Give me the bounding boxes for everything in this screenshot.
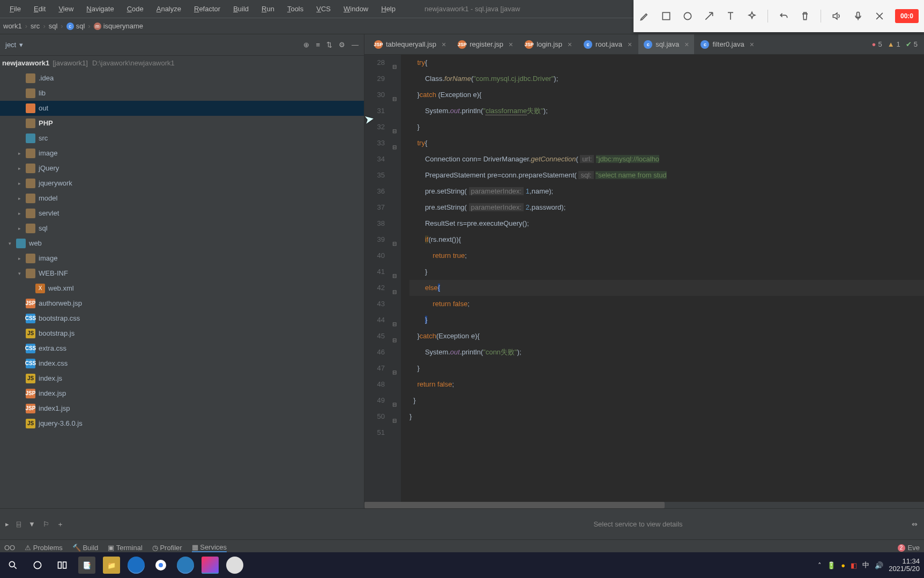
weak-warning-badge[interactable]: ✔ 5 <box>906 40 918 48</box>
tab-root-java[interactable]: croot.java× <box>578 34 637 54</box>
bottom-tab-problems[interactable]: ⚠ Problems <box>25 544 63 552</box>
show-hidden-icon[interactable]: ˄ <box>818 561 822 569</box>
chrome-icon[interactable] <box>152 557 169 574</box>
menu-file[interactable]: File <box>4 3 26 15</box>
bottom-tab-oo[interactable]: OO <box>4 544 15 552</box>
code-area[interactable]: 2829303132333435363738394041424344454647… <box>364 55 924 508</box>
expand-all-icon[interactable]: ≡ <box>316 41 320 49</box>
sparkle-icon[interactable] <box>746 10 758 22</box>
tree-arrow-icon[interactable]: ▾ <box>18 266 26 281</box>
menu-edit[interactable]: Edit <box>28 3 51 15</box>
tree-arrow-icon[interactable]: ▸ <box>18 191 26 206</box>
code-line[interactable]: } <box>409 119 924 135</box>
bottom-tab-build[interactable]: 🔨 Build <box>72 544 99 552</box>
close-tab-icon[interactable]: × <box>568 40 572 49</box>
code-line[interactable] <box>409 425 924 441</box>
close-icon[interactable] <box>874 10 885 22</box>
tray-app-icon-2[interactable]: ◧ <box>851 561 857 569</box>
search-icon[interactable] <box>4 557 21 574</box>
tree-item-extra-css[interactable]: CSSextra.css <box>0 341 364 356</box>
code-line[interactable]: System.out.println("classforname失败"); <box>409 103 924 119</box>
tree-item-image[interactable]: ▸image <box>0 251 364 266</box>
menu-analyze[interactable]: Analyze <box>151 3 187 15</box>
tree-arrow-icon[interactable]: ▸ <box>18 251 26 266</box>
cortana-icon[interactable] <box>29 557 46 574</box>
tree-item-src[interactable]: src <box>0 131 364 146</box>
tree-item-bootstrap-js[interactable]: JSbootstrap.js <box>0 326 364 341</box>
tree-item-jquery-3-6-0-js[interactable]: JSjquery-3.6.0.js <box>0 416 364 431</box>
code-line[interactable]: } <box>409 409 924 425</box>
tree-item-out[interactable]: out <box>0 101 364 116</box>
tree-item-index1-jsp[interactable]: JSPindex1.jsp <box>0 401 364 416</box>
speaker-icon[interactable] <box>831 10 843 22</box>
tab-filter0-java[interactable]: cfilter0.java× <box>695 34 759 54</box>
code-line[interactable]: System.out.println("conn失败"); <box>409 344 924 360</box>
code-line[interactable]: try{ <box>409 55 924 71</box>
tree-item-web[interactable]: ▾web <box>0 236 364 251</box>
menu-refactor[interactable]: Refactor <box>189 3 226 15</box>
code-line[interactable]: } <box>409 264 924 280</box>
collapse-all-icon[interactable]: ⇅ <box>326 41 332 49</box>
app-icon-3[interactable] <box>226 557 243 574</box>
scrollbar-thumb[interactable] <box>364 502 665 508</box>
tree-arrow-icon[interactable]: ▾ <box>9 236 16 251</box>
hide-icon[interactable]: — <box>352 41 359 49</box>
code-line[interactable]: }catch (Exception e){ <box>409 87 924 103</box>
fold-toggle-icon[interactable]: ⊟ <box>392 397 397 413</box>
tree-item-image[interactable]: ▸image <box>0 146 364 161</box>
system-clock[interactable]: 11:34 2021/5/20 <box>889 558 920 573</box>
warning-badge[interactable]: ▲ 1 <box>888 40 900 48</box>
breadcrumb-item[interactable]: csql <box>66 22 85 30</box>
tree-item-index-js[interactable]: JSindex.js <box>0 371 364 386</box>
code-line[interactable]: pre.setString( parameterIndex: 2,passwor… <box>409 199 924 216</box>
bookmark-icon[interactable]: ⚐ <box>43 520 49 528</box>
tree-item-lib[interactable]: lib <box>0 86 364 101</box>
tree-item-bootstrap-css[interactable]: CSSbootstrap.css <box>0 311 364 326</box>
file-explorer-icon[interactable]: 📁 <box>103 557 120 574</box>
horizontal-scrollbar[interactable] <box>364 502 924 508</box>
chevron-down-icon[interactable]: ▾ <box>19 41 23 49</box>
project-root[interactable]: newjavawork1 [javawork1] D:\javawork\new… <box>0 56 364 71</box>
tree-arrow-icon[interactable]: ▸ <box>18 176 26 191</box>
fold-toggle-icon[interactable]: ⊟ <box>392 123 397 139</box>
menu-window[interactable]: Window <box>338 3 374 15</box>
code-line[interactable]: return false; <box>409 296 924 312</box>
code-line[interactable]: return false; <box>409 376 924 392</box>
tab-login-jsp[interactable]: JSPlogin.jsp× <box>519 34 577 54</box>
locate-icon[interactable]: ⊕ <box>303 41 309 49</box>
fold-toggle-icon[interactable]: ⊟ <box>392 59 397 75</box>
app-icon[interactable]: 📑 <box>78 557 95 574</box>
fold-toggle-icon[interactable]: ⊟ <box>392 139 397 155</box>
tab-sql-java[interactable]: csql.java× <box>638 34 694 54</box>
close-tab-icon[interactable]: × <box>628 40 632 49</box>
tree-arrow-icon[interactable]: ▸ <box>18 206 26 221</box>
code-line[interactable]: } <box>409 312 924 328</box>
breadcrumb-item[interactable]: work1 <box>3 22 22 30</box>
fold-gutter[interactable]: ⊟⊟⊟⊟⊟⊟⊟⊟⊟⊟⊟⊟ <box>391 55 401 508</box>
code-line[interactable]: pre.setString( parameterIndex: 1,name); <box>409 183 924 199</box>
code-line[interactable]: } <box>409 392 924 409</box>
code-content[interactable]: try{ Class.forName("com.mysql.cj.jdbc.Dr… <box>401 55 924 508</box>
tree-item-jquerywork[interactable]: ▸jquerywork <box>0 176 364 191</box>
tree-item-servlet[interactable]: ▸servlet <box>0 206 364 221</box>
menu-build[interactable]: Build <box>228 3 254 15</box>
square-icon[interactable] <box>660 10 672 22</box>
tree-arrow-icon[interactable]: ▸ <box>18 161 26 176</box>
bottom-tab-terminal[interactable]: ▣ Terminal <box>108 544 143 552</box>
menu-run[interactable]: Run <box>256 3 280 15</box>
tab-tablequeryall-jsp[interactable]: JSPtablequeryall.jsp× <box>369 34 451 54</box>
bottom-tab-services[interactable]: ▦ Services <box>192 543 227 552</box>
close-tab-icon[interactable]: × <box>442 40 446 49</box>
task-view-icon[interactable] <box>54 557 71 574</box>
tree-item-web-inf[interactable]: ▾WEB-INF <box>0 266 364 281</box>
tree-icon[interactable]: ⌸ <box>17 520 21 528</box>
fold-toggle-icon[interactable]: ⊟ <box>392 268 397 284</box>
fold-toggle-icon[interactable]: ⊟ <box>392 316 397 332</box>
code-line[interactable]: Class.forName("com.mysql.cj.jdbc.Driver"… <box>409 71 924 87</box>
code-line[interactable]: else{ <box>409 280 924 296</box>
menu-code[interactable]: Code <box>122 3 149 15</box>
trash-icon[interactable] <box>799 10 811 22</box>
fold-toggle-icon[interactable]: ⊟ <box>392 284 397 300</box>
menu-vcs[interactable]: VCS <box>311 3 336 15</box>
tab-register-jsp[interactable]: JSPregister.jsp× <box>452 34 518 54</box>
